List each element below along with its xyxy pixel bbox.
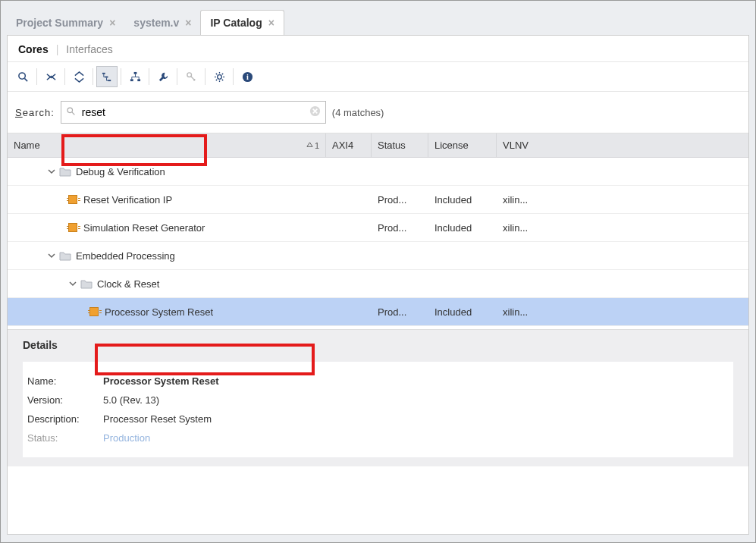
ip-core-icon <box>89 307 99 316</box>
search-icon[interactable] <box>12 66 33 87</box>
ip-table: Name 1 AXI4 Status License VLNV Debug & … <box>8 133 748 326</box>
chevron-down-icon[interactable] <box>68 279 77 288</box>
tab-system-v[interactable]: system.v × <box>124 11 200 35</box>
category-row[interactable]: Embedded Processing <box>8 242 748 270</box>
svg-point-9 <box>217 74 221 79</box>
clear-icon[interactable] <box>309 105 321 119</box>
column-license[interactable]: License <box>428 133 497 157</box>
gear-icon[interactable] <box>209 66 230 87</box>
cell-vlnv: xilin... <box>497 188 550 212</box>
collapse-all-icon[interactable] <box>40 66 61 87</box>
table-body: Debug & VerificationReset Verification I… <box>8 158 748 326</box>
info-icon[interactable]: i <box>237 66 258 87</box>
svg-text:i: i <box>246 73 249 81</box>
cell-status: Prod... <box>372 300 428 324</box>
svg-rect-7 <box>137 79 140 81</box>
cell-vlnv <box>497 278 550 290</box>
svg-rect-5 <box>133 71 136 74</box>
folder-icon <box>80 278 93 289</box>
separator: | <box>56 43 59 55</box>
close-icon[interactable]: × <box>109 17 115 28</box>
tab-label: Project Summary <box>16 17 103 29</box>
search-icon <box>66 106 76 118</box>
details-status-value[interactable]: Production <box>103 432 150 444</box>
details-status-label: Status: <box>27 432 103 444</box>
close-icon[interactable]: × <box>268 17 274 28</box>
cell-axi4 <box>326 306 372 318</box>
ip-label: Reset Verification IP <box>83 194 172 206</box>
details-name-value: Processor System Reset <box>103 375 218 387</box>
expand-all-icon[interactable] <box>68 66 89 87</box>
details-name-label: Name: <box>27 375 103 387</box>
cell-license <box>428 165 497 177</box>
cell-axi4 <box>326 193 372 206</box>
sort-indicator: 1 <box>306 141 319 150</box>
svg-point-20 <box>67 108 73 113</box>
ip-label: Simulation Reset Generator <box>83 222 205 234</box>
search-input[interactable] <box>80 105 305 119</box>
cell-status <box>372 250 428 262</box>
details-header: Details <box>23 339 733 351</box>
ip-label: Processor System Reset <box>105 306 213 318</box>
ip-core-icon <box>68 195 77 204</box>
details-desc-label: Description: <box>27 413 103 425</box>
svg-rect-2 <box>102 72 105 74</box>
cell-license: Included <box>428 188 497 212</box>
search-label: Search: <box>15 107 55 118</box>
svg-point-0 <box>18 72 24 78</box>
svg-line-21 <box>72 112 74 115</box>
svg-line-17 <box>221 73 222 74</box>
ip-row[interactable]: Simulation Reset GeneratorProd...Include… <box>8 214 748 242</box>
category-label: Clock & Reset <box>97 278 159 290</box>
search-box[interactable] <box>61 101 326 124</box>
toolbar: i <box>8 61 748 92</box>
chevron-down-icon[interactable] <box>47 167 56 176</box>
cell-status <box>372 165 428 177</box>
details-desc-value: Processor Reset System <box>103 413 212 425</box>
cell-vlnv <box>497 165 550 177</box>
tab-project-summary[interactable]: Project Summary × <box>7 11 124 35</box>
ip-catalog-panel: Cores | Interfaces <box>7 35 749 535</box>
tab-ip-catalog[interactable]: IP Catalog × <box>200 10 284 35</box>
wrench-icon[interactable] <box>152 66 174 87</box>
tab-label: system.v <box>133 17 179 29</box>
ip-row[interactable]: Processor System ResetProd...Includedxil… <box>8 298 748 326</box>
subtab-cores[interactable]: Cores <box>18 43 49 55</box>
close-icon[interactable]: × <box>185 17 191 28</box>
svg-line-1 <box>24 78 27 81</box>
tab-bar: Project Summary × system.v × IP Catalog … <box>1 1 755 35</box>
table-header: Name 1 AXI4 Status License VLNV <box>8 133 748 158</box>
subtab-bar: Cores | Interfaces <box>8 36 748 61</box>
cell-axi4 <box>326 278 372 290</box>
ip-row[interactable]: Reset Verification IPProd...Includedxili… <box>8 186 748 214</box>
svg-line-15 <box>221 79 222 80</box>
cell-license <box>428 250 497 262</box>
subtab-interfaces[interactable]: Interfaces <box>66 43 112 55</box>
category-row[interactable]: Clock & Reset <box>8 270 748 298</box>
category-row[interactable]: Debug & Verification <box>8 158 748 186</box>
folder-icon <box>59 166 71 177</box>
chevron-down-icon[interactable] <box>47 251 56 260</box>
column-axi4[interactable]: AXI4 <box>326 133 372 157</box>
column-name[interactable]: Name 1 <box>8 133 326 157</box>
tree-icon[interactable] <box>124 66 146 87</box>
details-panel: Details Name: Processor System Reset Ver… <box>8 329 748 466</box>
search-row: Search: (4 matches) <box>8 92 748 133</box>
column-vlnv[interactable]: VLNV <box>497 133 550 157</box>
cell-license <box>428 278 497 290</box>
cell-status <box>372 278 428 290</box>
cell-vlnv <box>497 250 550 262</box>
column-status[interactable]: Status <box>372 133 428 157</box>
key-icon <box>180 66 202 87</box>
category-label: Embedded Processing <box>76 250 175 262</box>
cell-license: Included <box>428 300 497 324</box>
cell-license: Included <box>428 216 497 240</box>
folder-icon <box>59 250 71 261</box>
matches-count: (4 matches) <box>332 107 384 118</box>
cell-axi4 <box>326 221 372 234</box>
hierarchy-icon[interactable] <box>96 66 118 87</box>
details-version-label: Version: <box>27 394 103 406</box>
svg-line-16 <box>215 79 216 80</box>
details-version-value: 5.0 (Rev. 13) <box>103 394 159 406</box>
cell-status: Prod... <box>372 188 428 212</box>
